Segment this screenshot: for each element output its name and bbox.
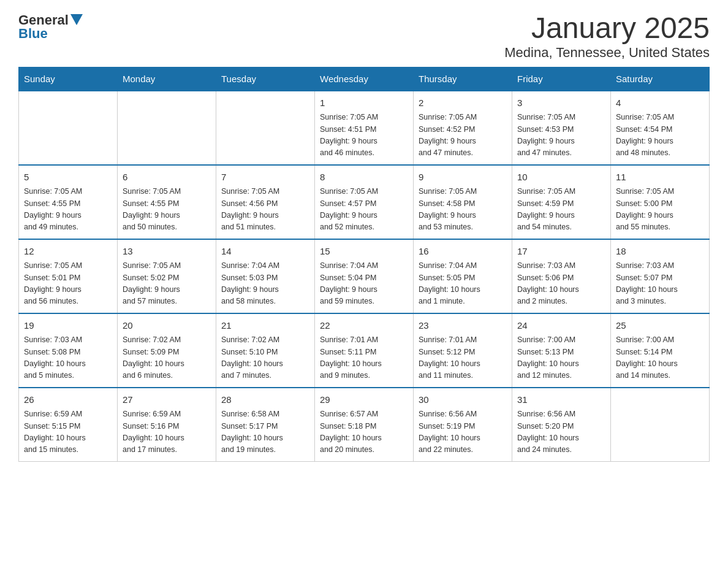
calendar-week-row: 12Sunrise: 7:05 AM Sunset: 5:01 PM Dayli… <box>19 239 710 313</box>
logo-blue-text: Blue <box>18 26 48 42</box>
day-info: Sunrise: 7:05 AM Sunset: 4:51 PM Dayligh… <box>320 112 408 159</box>
day-info: Sunrise: 7:01 AM Sunset: 5:12 PM Dayligh… <box>419 334 507 382</box>
day-number: 11 <box>616 170 704 185</box>
calendar-cell: 29Sunrise: 6:57 AM Sunset: 5:18 PM Dayli… <box>315 388 414 462</box>
title-section: January 2025 Medina, Tennessee, United S… <box>504 12 710 61</box>
day-info: Sunrise: 7:03 AM Sunset: 5:06 PM Dayligh… <box>517 260 605 308</box>
calendar-cell: 23Sunrise: 7:01 AM Sunset: 5:12 PM Dayli… <box>414 313 512 388</box>
day-number: 27 <box>123 393 211 407</box>
calendar-cell: 8Sunrise: 7:05 AM Sunset: 4:57 PM Daylig… <box>315 165 414 239</box>
day-info: Sunrise: 7:00 AM Sunset: 5:13 PM Dayligh… <box>517 334 605 382</box>
calendar-cell <box>118 91 216 165</box>
day-number: 15 <box>320 245 408 259</box>
calendar-cell: 27Sunrise: 6:59 AM Sunset: 5:16 PM Dayli… <box>118 388 216 462</box>
day-info: Sunrise: 7:04 AM Sunset: 5:03 PM Dayligh… <box>221 260 309 308</box>
day-number: 17 <box>517 245 605 259</box>
day-number: 1 <box>320 96 408 110</box>
calendar-cell: 5Sunrise: 7:05 AM Sunset: 4:55 PM Daylig… <box>19 165 118 239</box>
day-info: Sunrise: 7:05 AM Sunset: 4:57 PM Dayligh… <box>320 186 408 234</box>
calendar-cell: 7Sunrise: 7:05 AM Sunset: 4:56 PM Daylig… <box>216 165 315 239</box>
day-number: 26 <box>24 393 112 407</box>
day-info: Sunrise: 7:00 AM Sunset: 5:14 PM Dayligh… <box>616 334 704 382</box>
day-info: Sunrise: 7:02 AM Sunset: 5:10 PM Dayligh… <box>221 334 309 382</box>
calendar-cell: 16Sunrise: 7:04 AM Sunset: 5:05 PM Dayli… <box>414 239 512 313</box>
day-info: Sunrise: 7:05 AM Sunset: 4:58 PM Dayligh… <box>419 186 507 234</box>
calendar-cell: 31Sunrise: 6:56 AM Sunset: 5:20 PM Dayli… <box>512 388 611 462</box>
calendar-cell: 13Sunrise: 7:05 AM Sunset: 5:02 PM Dayli… <box>118 239 216 313</box>
day-info: Sunrise: 7:03 AM Sunset: 5:07 PM Dayligh… <box>616 260 704 308</box>
day-number: 24 <box>517 319 605 333</box>
day-info: Sunrise: 7:04 AM Sunset: 5:04 PM Dayligh… <box>320 260 408 308</box>
day-info: Sunrise: 7:05 AM Sunset: 4:55 PM Dayligh… <box>24 186 112 234</box>
calendar-cell: 17Sunrise: 7:03 AM Sunset: 5:06 PM Dayli… <box>512 239 611 313</box>
day-info: Sunrise: 6:56 AM Sunset: 5:20 PM Dayligh… <box>517 408 605 456</box>
calendar-cell: 22Sunrise: 7:01 AM Sunset: 5:11 PM Dayli… <box>315 313 414 388</box>
day-number: 16 <box>419 245 507 259</box>
page-header: General Blue January 2025 Medina, Tennes… <box>18 12 710 61</box>
day-info: Sunrise: 7:05 AM Sunset: 5:01 PM Dayligh… <box>24 260 112 308</box>
day-info: Sunrise: 7:05 AM Sunset: 4:59 PM Dayligh… <box>517 186 605 234</box>
calendar-cell: 25Sunrise: 7:00 AM Sunset: 5:14 PM Dayli… <box>611 313 710 388</box>
day-info: Sunrise: 7:05 AM Sunset: 4:54 PM Dayligh… <box>616 112 704 159</box>
day-of-week-header: Wednesday <box>315 67 414 91</box>
day-info: Sunrise: 6:57 AM Sunset: 5:18 PM Dayligh… <box>320 408 408 456</box>
calendar-week-row: 5Sunrise: 7:05 AM Sunset: 4:55 PM Daylig… <box>19 165 710 239</box>
days-of-week-row: SundayMondayTuesdayWednesdayThursdayFrid… <box>19 67 710 91</box>
day-info: Sunrise: 7:05 AM Sunset: 4:56 PM Dayligh… <box>221 186 309 234</box>
calendar-week-row: 26Sunrise: 6:59 AM Sunset: 5:15 PM Dayli… <box>19 388 710 462</box>
day-number: 20 <box>123 319 211 333</box>
day-number: 10 <box>517 170 605 185</box>
calendar-body: 1Sunrise: 7:05 AM Sunset: 4:51 PM Daylig… <box>19 91 710 462</box>
day-info: Sunrise: 7:05 AM Sunset: 4:53 PM Dayligh… <box>517 112 605 159</box>
calendar-week-row: 1Sunrise: 7:05 AM Sunset: 4:51 PM Daylig… <box>19 91 710 165</box>
day-number: 7 <box>221 170 309 185</box>
day-number: 23 <box>419 319 507 333</box>
day-number: 8 <box>320 170 408 185</box>
day-info: Sunrise: 7:04 AM Sunset: 5:05 PM Dayligh… <box>419 260 507 308</box>
calendar-cell: 30Sunrise: 6:56 AM Sunset: 5:19 PM Dayli… <box>414 388 512 462</box>
calendar-cell: 9Sunrise: 7:05 AM Sunset: 4:58 PM Daylig… <box>414 165 512 239</box>
day-info: Sunrise: 7:05 AM Sunset: 4:55 PM Dayligh… <box>123 186 211 234</box>
day-of-week-header: Tuesday <box>216 67 315 91</box>
day-info: Sunrise: 7:03 AM Sunset: 5:08 PM Dayligh… <box>24 334 112 382</box>
day-info: Sunrise: 7:01 AM Sunset: 5:11 PM Dayligh… <box>320 334 408 382</box>
calendar-cell: 20Sunrise: 7:02 AM Sunset: 5:09 PM Dayli… <box>118 313 216 388</box>
day-number: 3 <box>517 96 605 110</box>
day-of-week-header: Saturday <box>611 67 710 91</box>
day-number: 12 <box>24 245 112 259</box>
calendar-cell <box>19 91 118 165</box>
day-number: 29 <box>320 393 408 407</box>
calendar-cell: 1Sunrise: 7:05 AM Sunset: 4:51 PM Daylig… <box>315 91 414 165</box>
day-of-week-header: Sunday <box>19 67 118 91</box>
day-info: Sunrise: 7:05 AM Sunset: 5:00 PM Dayligh… <box>616 186 704 234</box>
day-number: 25 <box>616 319 704 333</box>
calendar-header: SundayMondayTuesdayWednesdayThursdayFrid… <box>19 67 710 91</box>
day-of-week-header: Monday <box>118 67 216 91</box>
day-info: Sunrise: 7:05 AM Sunset: 5:02 PM Dayligh… <box>123 260 211 308</box>
day-number: 18 <box>616 245 704 259</box>
calendar-cell: 19Sunrise: 7:03 AM Sunset: 5:08 PM Dayli… <box>19 313 118 388</box>
calendar-cell: 15Sunrise: 7:04 AM Sunset: 5:04 PM Dayli… <box>315 239 414 313</box>
calendar-cell: 2Sunrise: 7:05 AM Sunset: 4:52 PM Daylig… <box>414 91 512 165</box>
day-number: 6 <box>123 170 211 185</box>
day-info: Sunrise: 6:58 AM Sunset: 5:17 PM Dayligh… <box>221 408 309 456</box>
calendar-cell: 4Sunrise: 7:05 AM Sunset: 4:54 PM Daylig… <box>611 91 710 165</box>
day-number: 21 <box>221 319 309 333</box>
calendar-cell: 26Sunrise: 6:59 AM Sunset: 5:15 PM Dayli… <box>19 388 118 462</box>
calendar-cell: 24Sunrise: 7:00 AM Sunset: 5:13 PM Dayli… <box>512 313 611 388</box>
day-number: 22 <box>320 319 408 333</box>
day-number: 19 <box>24 319 112 333</box>
logo-arrow-icon <box>70 14 83 25</box>
page-title: January 2025 <box>504 12 710 45</box>
day-number: 31 <box>517 393 605 407</box>
calendar-cell: 21Sunrise: 7:02 AM Sunset: 5:10 PM Dayli… <box>216 313 315 388</box>
day-of-week-header: Thursday <box>414 67 512 91</box>
calendar-week-row: 19Sunrise: 7:03 AM Sunset: 5:08 PM Dayli… <box>19 313 710 388</box>
calendar-cell: 14Sunrise: 7:04 AM Sunset: 5:03 PM Dayli… <box>216 239 315 313</box>
calendar-table: SundayMondayTuesdayWednesdayThursdayFrid… <box>18 67 710 462</box>
calendar-cell: 28Sunrise: 6:58 AM Sunset: 5:17 PM Dayli… <box>216 388 315 462</box>
day-info: Sunrise: 6:56 AM Sunset: 5:19 PM Dayligh… <box>419 408 507 456</box>
calendar-cell: 6Sunrise: 7:05 AM Sunset: 4:55 PM Daylig… <box>118 165 216 239</box>
calendar-cell: 10Sunrise: 7:05 AM Sunset: 4:59 PM Dayli… <box>512 165 611 239</box>
day-number: 5 <box>24 170 112 185</box>
